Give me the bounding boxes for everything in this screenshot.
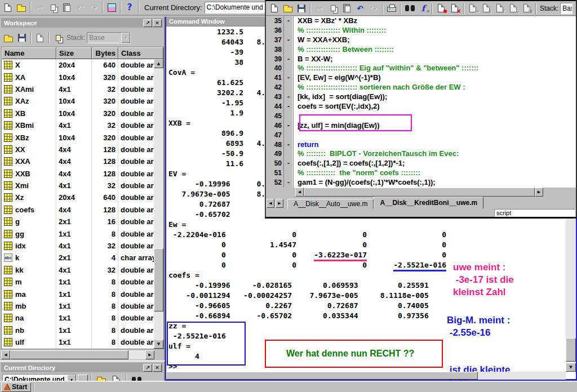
table-row[interactable]: XXB4x4128double array — [2, 168, 154, 180]
scroll-left-icon[interactable]: ◀ — [295, 188, 304, 197]
stack-combo[interactable]: Base — [560, 3, 572, 14]
vertical-scrollbar[interactable]: ▲ ▼ — [154, 59, 163, 349]
function-browser-button[interactable]: f▾ — [416, 2, 430, 15]
path-combo[interactable]: C:\Dokumente und ▼ — [2, 374, 77, 381]
table-row[interactable]: na1x18double array — [2, 312, 154, 324]
table-row[interactable]: X20x4640double array — [2, 59, 154, 71]
simulink-button[interactable] — [105, 1, 118, 14]
scroll-thumb[interactable] — [566, 338, 576, 362]
quit-debug-button[interactable]: ▣ — [520, 2, 534, 15]
scroll-thumb[interactable] — [10, 350, 128, 359]
save-button[interactable] — [295, 2, 308, 15]
continue-button[interactable]: ↳ — [507, 2, 520, 15]
table-row[interactable]: XB10x4320double array — [2, 108, 154, 119]
tab-disk-kreditboni[interactable]: A__Disk__KreditBoni__uwe.m — [374, 197, 483, 209]
scroll-right-icon[interactable]: ▶ — [145, 350, 154, 359]
scroll-up-icon[interactable]: ▲ — [154, 59, 163, 68]
copy-button[interactable] — [46, 1, 60, 14]
stack-combo[interactable]: Base ▼ — [87, 32, 131, 43]
horizontal-scrollbar[interactable] — [166, 372, 566, 380]
open-file-button[interactable] — [15, 1, 28, 14]
clear-breakpoints-button[interactable] — [448, 2, 461, 15]
current-directory-titlebar: Current Directory ↗ ✕ — [1, 363, 163, 372]
start-button[interactable]: Start — [1, 382, 31, 392]
scroll-thumb[interactable] — [166, 372, 478, 380]
column-header-bytes[interactable]: Bytes — [92, 47, 118, 59]
table-row[interactable]: XX4x4128double array — [2, 144, 154, 155]
tab-scroll-left-icon[interactable]: ◀ — [267, 199, 274, 208]
new-folder-button[interactable] — [109, 373, 123, 381]
find-files-button[interactable] — [130, 373, 143, 381]
table-row[interactable]: XAz10x4320double array — [2, 95, 154, 107]
current-directory-title: Current Directory — [4, 364, 55, 371]
scroll-down-icon[interactable]: ▼ — [566, 363, 576, 372]
breakpoint-gutter[interactable]: ---------- — [284, 16, 294, 188]
close-button[interactable]: ✕ — [153, 19, 162, 27]
print-button[interactable] — [385, 2, 398, 15]
table-row[interactable]: idx4x132double array — [2, 240, 154, 252]
column-header-class[interactable]: Class — [118, 47, 163, 59]
paste-button[interactable] — [60, 1, 73, 14]
table-row[interactable]: abck2x14char array — [2, 252, 154, 264]
edit-variable-button[interactable] — [33, 32, 47, 44]
step-in-button[interactable]: ↓ — [480, 2, 493, 15]
scroll-thumb[interactable] — [154, 248, 163, 311]
close-button[interactable]: ✕ — [153, 364, 162, 372]
table-row[interactable]: XA10x4320double array — [2, 71, 154, 83]
table-row[interactable]: XBz10x4320double array — [2, 131, 154, 143]
up-one-level-button[interactable] — [95, 373, 108, 381]
redo-button[interactable]: ↷ — [87, 1, 100, 14]
table-row[interactable]: XBmi4x132double array — [2, 119, 154, 131]
undock-button[interactable]: ↗ — [143, 19, 152, 27]
find-button[interactable] — [403, 2, 416, 15]
horizontal-scrollbar[interactable]: ◀ ▶ — [295, 188, 543, 197]
delete-variable-button[interactable] — [51, 32, 65, 44]
copy-button[interactable] — [326, 2, 340, 15]
undo-button[interactable]: ↶ — [353, 2, 367, 15]
table-row[interactable]: g2x116double array — [2, 216, 154, 228]
open-file-button[interactable] — [281, 2, 295, 15]
scroll-down-icon[interactable]: ▼ — [154, 340, 163, 349]
table-row[interactable]: Xmi4x132double array — [2, 180, 154, 191]
save-icon — [298, 5, 305, 12]
tab-disk-auto[interactable]: A__Disk__Auto__uwe.m — [287, 199, 374, 209]
new-file-button[interactable] — [1, 1, 15, 14]
cut-button[interactable]: ✂ — [33, 1, 46, 14]
table-row[interactable]: m1x18double array — [2, 276, 154, 288]
help-button[interactable]: ? — [123, 1, 136, 14]
table-row[interactable]: ma1x18double array — [2, 288, 154, 300]
undock-button[interactable]: ↗ — [143, 364, 152, 372]
table-row[interactable]: XXA4x4128double array — [2, 155, 154, 167]
horizontal-scrollbar[interactable]: ◀ ▶ — [1, 350, 154, 359]
tab-scroll-right-icon[interactable]: ▶ — [276, 199, 283, 208]
scroll-left-icon[interactable]: ◀ — [1, 350, 10, 359]
matrix-icon — [4, 109, 12, 118]
table-row[interactable]: kk4x132double array — [2, 264, 154, 276]
table-row[interactable]: nb1x18double array — [2, 324, 154, 336]
vertical-scrollbar[interactable]: ▼ — [566, 219, 576, 372]
code-editor[interactable]: XXB = XBz' * XBz% :::::::::::::: Within … — [294, 16, 576, 188]
paste-button[interactable] — [340, 2, 353, 15]
step-button[interactable]: → — [466, 2, 480, 15]
scroll-thumb[interactable] — [304, 188, 535, 197]
step-out-button[interactable]: ↑ — [493, 2, 507, 15]
open-variable-button[interactable] — [2, 32, 15, 44]
table-row[interactable]: Xz20x4640double array — [2, 191, 154, 203]
table-row[interactable]: mb1x18double array — [2, 300, 154, 312]
table-row[interactable]: XAmi4x132double array — [2, 83, 154, 95]
new-file-button[interactable] — [268, 2, 281, 15]
set-breakpoint-button[interactable] — [434, 2, 448, 15]
current-directory-combo[interactable]: C:\Dokumente und Einst — [205, 2, 265, 14]
undo-button[interactable]: ↶ — [73, 1, 87, 14]
table-row[interactable]: coefs4x4128double array — [2, 204, 154, 216]
redo-button[interactable]: ↷ — [367, 2, 380, 15]
editor-code-area[interactable]: 353637383940414243444546474849505152 ---… — [266, 16, 576, 188]
column-header-size[interactable]: Size — [56, 47, 92, 59]
table-row[interactable]: gg1x18double array — [2, 228, 154, 239]
column-header-name[interactable]: Name — [2, 47, 56, 59]
go-button[interactable] — [78, 375, 88, 381]
table-row[interactable]: ulf1x18double array — [2, 336, 154, 348]
scroll-right-icon[interactable]: ▶ — [535, 188, 543, 197]
cut-button[interactable]: ✂ — [313, 2, 326, 15]
save-workspace-button[interactable] — [15, 32, 29, 44]
